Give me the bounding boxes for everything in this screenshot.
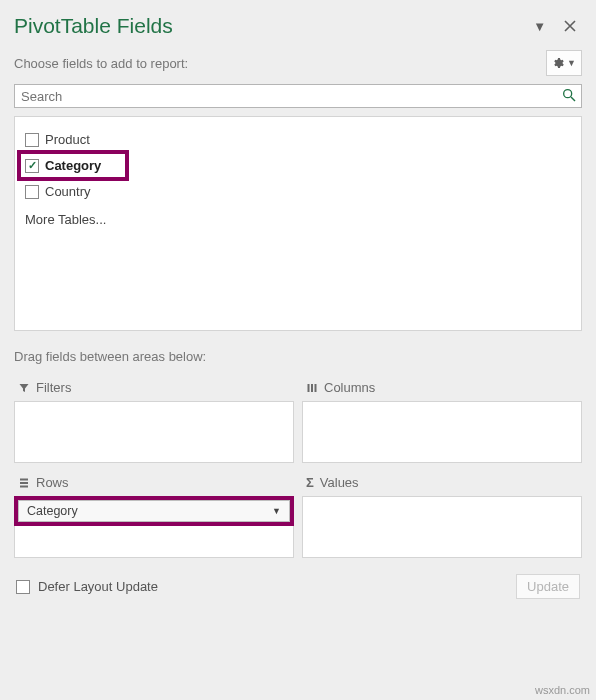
more-tables-link[interactable]: More Tables... [23, 202, 573, 237]
sigma-icon: Σ [306, 475, 314, 490]
svg-rect-4 [315, 384, 317, 392]
watermark: wsxdn.com [535, 684, 590, 696]
filters-drop-zone[interactable] [14, 401, 294, 463]
search-input[interactable] [14, 84, 582, 108]
subtitle: Choose fields to add to report: [14, 56, 188, 71]
field-product[interactable]: Product [23, 129, 573, 150]
svg-rect-5 [20, 478, 28, 480]
rows-icon [18, 477, 30, 489]
filters-header: Filters [14, 376, 294, 401]
field-label: Product [45, 132, 90, 147]
values-area: Σ Values [302, 471, 582, 558]
svg-rect-6 [20, 482, 28, 484]
field-category[interactable]: ✓ Category [17, 150, 129, 181]
svg-rect-3 [311, 384, 313, 392]
columns-area: Columns [302, 376, 582, 463]
field-label: Country [45, 184, 91, 199]
area-label: Values [320, 475, 359, 490]
svg-line-1 [571, 97, 575, 101]
areas-grid: Filters Columns Rows Category [14, 376, 582, 558]
gear-icon [552, 57, 564, 69]
pill-label: Category [27, 504, 78, 518]
checkbox-icon[interactable] [25, 185, 39, 199]
search-field [14, 84, 582, 108]
options-dropdown-icon[interactable]: ▼ [533, 19, 546, 34]
columns-icon [306, 382, 318, 394]
defer-layout-checkbox[interactable]: Defer Layout Update [16, 579, 158, 594]
area-label: Filters [36, 380, 71, 395]
footer: Defer Layout Update Update [14, 574, 582, 599]
columns-header: Columns [302, 376, 582, 401]
header: PivotTable Fields ▼ [14, 14, 582, 38]
area-label: Rows [36, 475, 69, 490]
tools-button[interactable]: ▼ [546, 50, 582, 76]
columns-drop-zone[interactable] [302, 401, 582, 463]
rows-drop-zone[interactable]: Category ▼ [14, 496, 294, 558]
checkbox-icon[interactable] [25, 133, 39, 147]
values-header: Σ Values [302, 471, 582, 496]
rows-area: Rows Category ▼ [14, 471, 294, 558]
close-icon[interactable] [564, 20, 576, 32]
filters-area: Filters [14, 376, 294, 463]
rows-item-category[interactable]: Category ▼ [18, 500, 290, 522]
update-button[interactable]: Update [516, 574, 580, 599]
svg-rect-2 [308, 384, 310, 392]
pivottable-fields-pane: PivotTable Fields ▼ Choose fields to add… [0, 0, 596, 609]
area-label: Columns [324, 380, 375, 395]
drag-instruction: Drag fields between areas below: [14, 349, 582, 364]
field-country[interactable]: Country [23, 181, 573, 202]
pane-title: PivotTable Fields [14, 14, 173, 38]
checkbox-icon[interactable] [16, 580, 30, 594]
search-icon[interactable] [561, 87, 577, 103]
chevron-down-icon: ▼ [567, 58, 576, 68]
svg-point-0 [564, 90, 572, 98]
chevron-down-icon[interactable]: ▼ [272, 506, 281, 516]
values-drop-zone[interactable] [302, 496, 582, 558]
field-label: Category [45, 158, 101, 173]
svg-rect-7 [20, 485, 28, 487]
rows-header: Rows [14, 471, 294, 496]
header-controls: ▼ [533, 19, 582, 34]
defer-label: Defer Layout Update [38, 579, 158, 594]
checkbox-icon[interactable]: ✓ [25, 159, 39, 173]
subheader-row: Choose fields to add to report: ▼ [14, 50, 582, 76]
field-list: Product ✓ Category Country More Tables..… [14, 116, 582, 331]
filter-icon [18, 382, 30, 394]
